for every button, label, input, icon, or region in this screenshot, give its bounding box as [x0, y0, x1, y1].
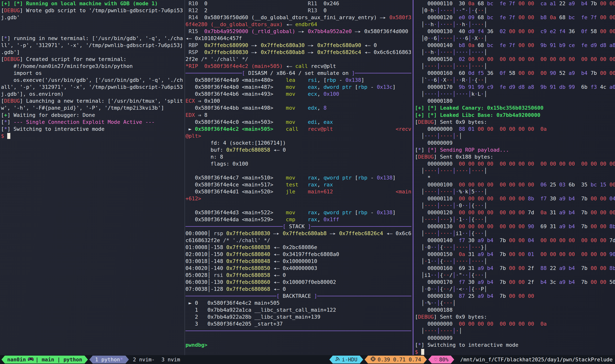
text-span: { [471, 203, 475, 208]
text-span: 0 [427, 244, 431, 250]
text-span: j.gdb'], os.environ) [1, 91, 64, 97]
text-span: · [456, 216, 459, 222]
text-span: ] running in new terminal: ['/usr/bin/gd… [7, 35, 183, 41]
text-span: [+] [*] Leaked Libc Base: 0x7bb4a9200000 [415, 112, 540, 118]
text-span: │ [421, 203, 424, 208]
text-span: · [478, 258, 481, 264]
hexdump-hex-line: 00000170 f7 30 a9 b4 7b 00 00 2f b4 3c a… [415, 279, 615, 286]
terminal-line: +612> [185, 195, 412, 202]
tmux-window-3[interactable]: 3 nvim [162, 357, 180, 363]
text-span: fe [500, 0, 506, 6]
text-span: 7b [581, 209, 587, 215]
text-span: 0x7ffebc680ab8 [261, 49, 308, 55]
tmux-window-1-active[interactable]: 1 python* [89, 356, 129, 364]
text-span: 30 [468, 237, 475, 243]
text-span: 1 [427, 272, 431, 278]
text-span: │ [453, 63, 456, 69]
text-span: ⇒ 0x100 [195, 98, 220, 104]
text-span: · [424, 258, 427, 264]
pane-pwndbg-context[interactable]: R10 0 R11 0x246 R12 2 R13 0 R14 0x580f36… [185, 0, 412, 355]
text-span: 00 [609, 70, 615, 76]
text-span: @ [424, 35, 427, 41]
text-span: 00 [519, 182, 525, 188]
text-span [587, 195, 590, 202]
text-span: · [465, 21, 468, 27]
text-span [415, 300, 421, 306]
text-span: 0x7ffebc680858 [226, 147, 273, 153]
text-span: os.execve('/usr/bin/gdb', ['/usr/bin/gdb… [1, 77, 183, 83]
text-span [475, 70, 478, 76]
text-span: 0 [324, 7, 327, 13]
text-span: · [434, 189, 437, 195]
text-span [465, 28, 468, 34]
text-span: 58 [509, 70, 515, 76]
text-span: ◂— [273, 258, 283, 264]
text-span: · [440, 91, 443, 97]
text-span: 00 [468, 182, 475, 188]
terminal-line: [*] [*] Sending ROP payload... [415, 146, 615, 153]
text-span [465, 84, 468, 90]
text-span: ◂— [273, 147, 283, 153]
text-span: 8b [609, 223, 615, 229]
text-span: 91 [550, 84, 556, 90]
text-span: { [440, 272, 443, 278]
text-span: · [459, 21, 462, 27]
text-span: { [475, 7, 478, 13]
tmux-session-segment[interactable]: nan0in | main | python [1, 356, 88, 364]
text-span [525, 251, 528, 257]
text-span [525, 293, 528, 299]
pane-exploit-hexdump-output[interactable]: 00000110 30 0a 68 bc fe 7f 00 00 ca a1 2… [415, 0, 615, 355]
pane-divider-active[interactable] [413, 0, 413, 355]
text-span: RSP [185, 49, 204, 55]
text-span: · [446, 49, 450, 55]
terminal-line: os.execve('/usr/bin/gdb', ['/usr/bin/gdb… [1, 77, 185, 83]
text-span: · [446, 21, 450, 27]
text-span: f4 [559, 28, 565, 34]
text-span: 00000140 [415, 42, 459, 48]
text-span: 00 [609, 161, 615, 167]
text-span: 9b [540, 42, 547, 48]
text-span: 0 [204, 0, 207, 6]
text-span: 30 [550, 195, 556, 202]
text-span [525, 321, 528, 327]
text-span [575, 0, 581, 6]
text-span [587, 223, 590, 229]
text-span [556, 223, 559, 229]
text-span: 00 [500, 161, 506, 167]
text-span: qword ptr [324, 209, 355, 215]
text-span [484, 195, 487, 202]
text-span: ◂— [185, 35, 195, 41]
text-span: 00000188 [415, 307, 453, 313]
text-span [565, 279, 569, 285]
text-span [515, 42, 519, 48]
text-span: 0x580f36f4e4a9 <main+480> [185, 77, 286, 83]
text-span [185, 203, 189, 208]
text-span: 0x138 [377, 209, 393, 215]
text-span: 36 [487, 28, 493, 34]
hexdump-hex-line: 00000150 0a 31 a9 b4 7b 00 00 01 00 00 0… [415, 251, 615, 258]
text-span: , [317, 182, 323, 188]
pane-divider[interactable] [185, 0, 185, 355]
text-span: 00000150 [415, 56, 459, 62]
text-span [556, 84, 559, 90]
text-span: · [456, 35, 459, 41]
pane-pwntools-exploit-log[interactable]: [+] [*] Running on local machine with GD… [1, 0, 185, 355]
text-span: 7d [609, 237, 615, 243]
text-span: · [462, 91, 465, 97]
text-span: ] [393, 175, 396, 181]
text-span [587, 237, 590, 243]
text-span: edi [308, 119, 317, 125]
text-span: · [475, 21, 478, 27]
text-span: a9 [559, 223, 565, 229]
text-span: 31 [550, 223, 556, 229]
text-span [415, 189, 421, 195]
terminal-line: [DEBUG] Sent 0x188 bytes: [415, 153, 615, 160]
tmux-window-2[interactable]: 2 nvim- [133, 357, 155, 363]
text-span: ◂— [273, 251, 283, 257]
text-span: · [446, 7, 450, 13]
text-span: 00 [468, 209, 475, 215]
text-span: ◂— [364, 49, 374, 55]
text-span: 00 [478, 182, 484, 188]
text-span: 00 [500, 209, 506, 215]
text-span: 00000110 [415, 195, 459, 202]
